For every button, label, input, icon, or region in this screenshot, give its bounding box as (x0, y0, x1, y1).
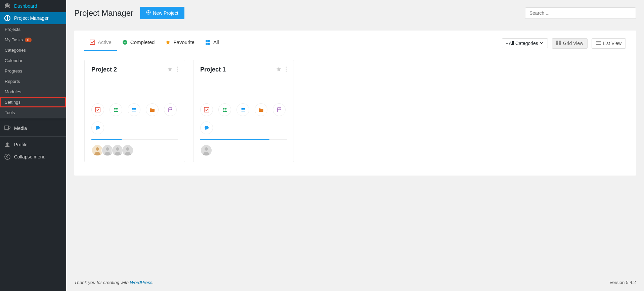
tab-completed[interactable]: Completed (117, 36, 160, 51)
grid-icon (556, 41, 561, 46)
svg-point-3 (5, 154, 10, 159)
wordpress-link[interactable]: WordPress (130, 280, 153, 285)
svg-rect-11 (556, 41, 558, 43)
card-title: Project 2 (91, 66, 117, 73)
action-discuss[interactable] (91, 122, 104, 134)
projects-grid: Project 2 (74, 51, 636, 176)
new-project-button[interactable]: New Project (140, 7, 184, 19)
list-view-button[interactable]: List View (592, 38, 626, 49)
submenu-progress[interactable]: Progress (0, 66, 66, 76)
action-files[interactable] (146, 103, 159, 116)
action-team[interactable] (110, 103, 122, 116)
action-discuss[interactable] (200, 122, 213, 134)
profile-icon (4, 141, 11, 148)
chevron-down-icon (540, 41, 544, 46)
sidebar-item-collapse[interactable]: Collapse menu (0, 151, 66, 163)
sidebar-item-label: Collapse menu (14, 154, 45, 159)
progress-bar (200, 139, 287, 140)
action-list[interactable] (237, 103, 249, 116)
submenu-tools[interactable]: Tools (0, 107, 66, 118)
svg-point-36 (286, 70, 287, 71)
svg-point-33 (126, 147, 129, 151)
dashboard-icon (4, 3, 11, 9)
submenu-projects[interactable]: Projects (0, 24, 66, 35)
sidebar: Dashboard Project Manager Projects My Ta… (0, 0, 66, 291)
action-tasks[interactable] (200, 103, 213, 116)
categories-dropdown[interactable]: - All Categories (502, 38, 548, 48)
card-title: Project 1 (200, 66, 226, 73)
svg-rect-24 (132, 108, 133, 109)
svg-rect-44 (241, 111, 242, 111)
svg-rect-26 (132, 109, 133, 110)
tabs: Active Completed Favourite All - All Cat… (74, 31, 636, 51)
svg-point-22 (114, 108, 116, 110)
svg-point-31 (106, 147, 109, 151)
svg-point-34 (286, 66, 287, 67)
project-card[interactable]: Project 2 (84, 60, 185, 162)
list-icon (596, 41, 601, 46)
svg-rect-42 (241, 109, 242, 110)
action-list[interactable] (128, 103, 140, 116)
grid-view-button[interactable]: Grid View (552, 38, 588, 49)
action-team[interactable] (218, 103, 231, 116)
main-content: Project Manager New Project Active Compl… (66, 0, 644, 291)
svg-rect-29 (133, 111, 136, 111)
card-menu[interactable] (286, 66, 287, 73)
svg-point-20 (177, 70, 178, 71)
avatar[interactable] (122, 144, 134, 156)
grid-icon (205, 40, 211, 45)
sidebar-item-project-manager[interactable]: Project Manager (0, 12, 66, 24)
star-icon (165, 40, 171, 45)
svg-point-32 (116, 147, 119, 151)
action-milestones[interactable] (273, 103, 286, 116)
svg-rect-28 (132, 111, 133, 111)
star-toggle[interactable] (167, 66, 173, 73)
project-card[interactable]: Project 1 (193, 60, 294, 162)
svg-rect-45 (242, 111, 245, 111)
submenu-settings[interactable]: Settings (0, 97, 66, 107)
submenu-reports[interactable]: Reports (0, 76, 66, 87)
action-milestones[interactable] (164, 103, 177, 116)
page-title: Project Manager (74, 8, 133, 18)
svg-rect-14 (559, 43, 561, 45)
svg-point-35 (286, 68, 287, 69)
star-toggle[interactable] (276, 66, 282, 73)
tab-all[interactable]: All (200, 36, 224, 51)
svg-rect-40 (241, 108, 242, 109)
tab-active[interactable]: Active (84, 36, 117, 51)
search-input[interactable] (525, 7, 636, 19)
action-tasks[interactable] (91, 103, 104, 116)
tab-favourite[interactable]: Favourite (160, 36, 200, 51)
submenu-my-tasks[interactable]: My Tasks 0 (0, 35, 66, 45)
version-label: Version 5.4.2 (609, 280, 636, 285)
pm-logo-icon (4, 15, 11, 21)
svg-point-30 (96, 147, 99, 151)
svg-rect-5 (90, 40, 95, 45)
checkbox-icon (90, 40, 95, 45)
svg-rect-41 (242, 108, 245, 109)
sidebar-item-label: Dashboard (14, 3, 37, 9)
svg-rect-37 (204, 107, 209, 112)
svg-rect-10 (208, 43, 210, 45)
sidebar-item-label: Profile (14, 142, 28, 147)
svg-rect-7 (206, 40, 208, 42)
svg-rect-43 (242, 109, 245, 110)
topbar: Project Manager New Project (66, 0, 644, 24)
action-files[interactable] (255, 103, 267, 116)
sidebar-item-profile[interactable]: Profile (0, 139, 66, 151)
progress-bar (91, 139, 178, 140)
card-menu[interactable] (177, 66, 178, 73)
submenu-categories[interactable]: Categories (0, 45, 66, 55)
svg-rect-27 (133, 109, 136, 110)
submenu-calendar[interactable]: Calendar (0, 55, 66, 66)
svg-point-19 (177, 68, 178, 69)
svg-rect-25 (133, 108, 136, 109)
avatar[interactable] (200, 144, 212, 156)
avatars (91, 144, 178, 156)
sidebar-item-dashboard[interactable]: Dashboard (0, 0, 66, 12)
submenu-modules[interactable]: Modules (0, 87, 66, 97)
svg-point-2 (6, 143, 9, 145)
sidebar-item-media[interactable]: Media (0, 122, 66, 134)
svg-rect-13 (556, 43, 558, 45)
plus-circle-icon (146, 10, 151, 16)
